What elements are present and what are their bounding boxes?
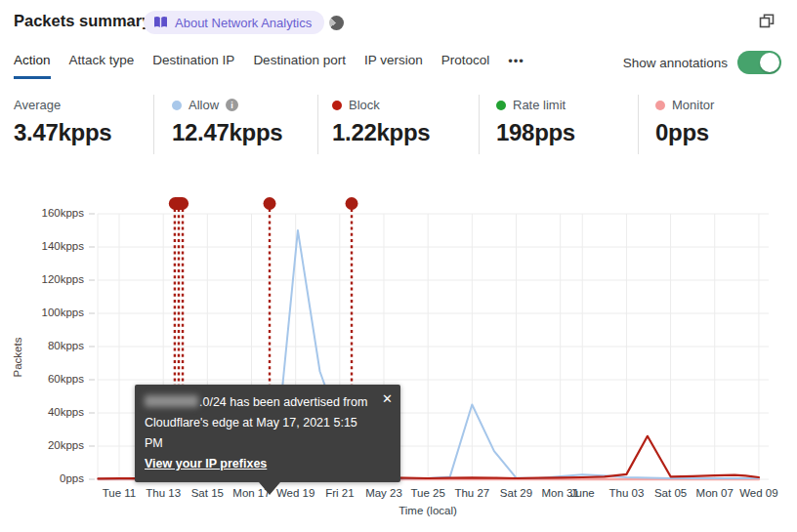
toggle-knob xyxy=(760,53,779,72)
annotation-tooltip: ✕ .0/24 has been advertised from Cloudfl… xyxy=(135,385,400,482)
pie-icon xyxy=(329,16,344,30)
badge-label: About Network Analytics xyxy=(175,16,312,30)
tab-protocol[interactable]: Protocol xyxy=(441,53,490,76)
block-dot xyxy=(332,101,342,110)
y-tick-label: 140kpps xyxy=(0,240,84,252)
x-tick-label: Mon 31 xyxy=(528,487,593,499)
x-tick-label: Sat 05 xyxy=(639,487,703,499)
annotation-marker[interactable] xyxy=(264,197,276,210)
packets-summary-panel: Packets summary About Network Analytics … xyxy=(0,0,797,532)
show-annotations-label: Show annotations xyxy=(623,56,728,70)
x-axis-title: Time (local) xyxy=(364,505,491,516)
about-network-analytics-link[interactable]: About Network Analytics xyxy=(144,11,324,34)
info-icon[interactable]: i xyxy=(226,99,238,111)
x-tick-label: Sat 29 xyxy=(483,487,548,499)
tab-ip-version[interactable]: IP version xyxy=(364,53,423,76)
x-tick-label: Wed 09 xyxy=(727,487,791,499)
stat-allow: Allow i 12.47kpps xyxy=(172,98,282,146)
y-tick-label: 60kpps xyxy=(0,373,84,385)
stat-divider xyxy=(638,95,639,154)
stat-divider xyxy=(317,95,318,154)
stat-monitor: Monitor 0pps xyxy=(655,98,714,146)
x-tick-label: Sat 15 xyxy=(175,487,239,499)
stat-value: 12.47kpps xyxy=(172,119,282,146)
more-tabs-button[interactable]: ••• xyxy=(508,53,524,68)
y-tick-label: 80kpps xyxy=(0,340,84,351)
x-tick-label: Tue 25 xyxy=(396,487,460,499)
stat-label: Monitor xyxy=(672,98,714,112)
restore-window-icon[interactable] xyxy=(758,12,776,29)
stat-divider xyxy=(479,95,480,154)
tooltip-arrow xyxy=(259,482,280,495)
book-icon xyxy=(153,16,168,29)
analytics-tabs: Action Attack type Destination IP Destin… xyxy=(14,53,524,79)
annotation-marker[interactable] xyxy=(346,197,358,210)
view-ip-prefixes-link[interactable]: View your IP prefixes xyxy=(145,454,267,474)
rate-limit-dot xyxy=(496,101,506,110)
stat-divider xyxy=(153,95,154,154)
x-tick-label: Tue 11 xyxy=(87,487,151,499)
stat-rate-limit: Rate limit 198pps xyxy=(496,98,575,146)
y-tick-label: 0pps xyxy=(0,472,84,484)
y-axis-title: Packets xyxy=(12,320,23,394)
x-tick-label: June xyxy=(550,487,614,499)
monitor-dot xyxy=(655,101,665,110)
allow-dot xyxy=(172,101,182,110)
redacted-ip-prefix xyxy=(145,395,198,407)
stat-label: Allow xyxy=(189,98,219,112)
x-tick-label: Mon 07 xyxy=(683,487,747,499)
y-tick-label: 20kpps xyxy=(0,439,84,451)
stat-block: Block 1.22kpps xyxy=(332,98,430,146)
y-tick-label: 120kpps xyxy=(0,273,84,285)
y-tick-label: 40kpps xyxy=(0,406,84,418)
stat-value: 1.22kpps xyxy=(332,119,430,146)
annotation-marker[interactable] xyxy=(169,197,189,210)
page-title: Packets summary xyxy=(14,12,150,30)
tab-action[interactable]: Action xyxy=(14,53,51,79)
y-tick-label: 100kpps xyxy=(0,307,84,318)
stat-label: Average xyxy=(14,98,61,112)
stat-value: 0pps xyxy=(655,119,714,146)
tab-destination-port[interactable]: Destination port xyxy=(253,53,346,76)
tooltip-line2: Cloudflare's edge at May 17, 2021 5:15 P… xyxy=(145,413,377,454)
tooltip-line1: .0/24 has been advertised from xyxy=(145,392,377,413)
stat-label: Block xyxy=(349,98,380,112)
x-tick-label: May 23 xyxy=(352,487,416,499)
stat-value: 3.47kpps xyxy=(14,119,111,146)
stat-value: 198pps xyxy=(496,119,575,146)
stat-label: Rate limit xyxy=(513,98,566,112)
stat-average: Average 3.47kpps xyxy=(14,98,111,146)
tab-destination-ip[interactable]: Destination IP xyxy=(152,53,234,76)
close-icon[interactable]: ✕ xyxy=(382,389,393,409)
x-tick-label: Thu 27 xyxy=(440,487,504,499)
tab-attack-type[interactable]: Attack type xyxy=(69,53,135,76)
x-tick-label: Thu 03 xyxy=(594,487,658,499)
x-tick-label: Thu 13 xyxy=(131,487,195,499)
y-tick-label: 160kpps xyxy=(0,207,84,219)
show-annotations-toggle[interactable] xyxy=(737,51,781,74)
x-tick-label: Fri 21 xyxy=(308,487,372,499)
